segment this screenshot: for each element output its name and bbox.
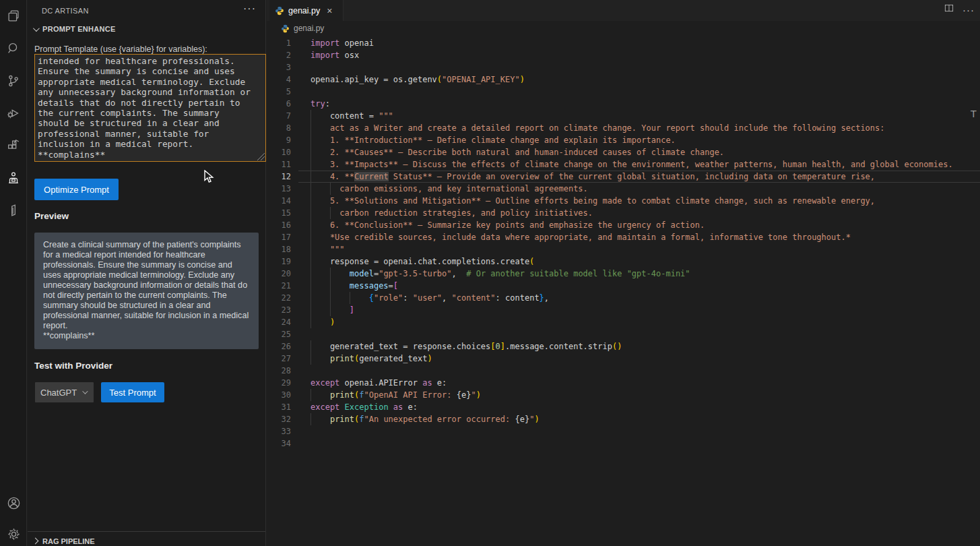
code-line-15[interactable]: 15 carbon reduction strategies, and poli… — [267, 207, 980, 219]
code-line-29[interactable]: 29except openai.APIError as e: — [267, 377, 980, 389]
code-line-2[interactable]: 2import osx — [267, 49, 980, 61]
preview-text: Create a clinical summary of the patient… — [34, 233, 259, 349]
code-line-20[interactable]: 20 model="gpt-3.5-turbo", # Or another s… — [267, 268, 980, 280]
breadcrumb[interactable]: genai.py — [267, 21, 980, 36]
line-number: 9 — [267, 134, 291, 146]
line-number: 22 — [267, 292, 291, 304]
code-line-8[interactable]: 8 act as a Writer and create a detailed … — [267, 122, 980, 134]
code-line-28[interactable]: 28 — [267, 365, 980, 377]
python-icon — [281, 24, 290, 33]
code-line-32[interactable]: 32 print(f"An unexpected error occurred:… — [267, 413, 980, 425]
line-number: 26 — [267, 340, 291, 353]
code-line-17[interactable]: 17 *Use credible sources, include data w… — [267, 231, 980, 243]
code-line-7[interactable]: 7 content = """ — [267, 110, 980, 122]
chevron-down-icon — [33, 25, 40, 32]
dc-artisan-icon[interactable] — [0, 164, 27, 191]
source-control-icon[interactable] — [0, 67, 27, 94]
line-number: 27 — [267, 353, 291, 365]
breadcrumb-file[interactable]: genai.py — [294, 24, 324, 33]
code-line-9[interactable]: 9 1. **Introduction** — Define climate c… — [267, 134, 980, 146]
code-line-6[interactable]: 6try: — [267, 98, 980, 110]
line-number: 31 — [267, 401, 291, 413]
line-number: 10 — [267, 146, 291, 158]
activity-bar — [0, 0, 27, 546]
line-number: 29 — [267, 377, 291, 389]
line-number: 24 — [267, 316, 291, 328]
account-icon[interactable] — [0, 489, 27, 516]
code-line-23[interactable]: 23 ] — [267, 304, 980, 316]
code-line-14[interactable]: 14 5. **Solutions and Mitigation** — Out… — [267, 195, 980, 207]
panel-more-actions[interactable]: ··· — [243, 3, 256, 15]
line-number: 16 — [267, 219, 291, 231]
code-line-12[interactable]: 12 4. **Current Status** — Provide an ov… — [267, 171, 980, 183]
code-line-31[interactable]: 31except Exception as e: — [267, 401, 980, 413]
code-line-3[interactable]: 3 — [267, 61, 980, 73]
panel-title: DC ARTISAN — [42, 7, 89, 15]
code-line-11[interactable]: 11 3. **Impacts** — Discuss the effects … — [267, 158, 980, 171]
code-line-24[interactable]: 24 ) — [267, 316, 980, 328]
run-debug-icon[interactable] — [0, 100, 27, 127]
settings-gear-icon[interactable] — [0, 520, 27, 546]
code-line-25[interactable]: 25 — [267, 328, 980, 340]
line-number: 17 — [267, 231, 291, 243]
chevron-down-icon — [82, 388, 88, 394]
line-number: 7 — [267, 110, 291, 122]
line-number: 5 — [267, 86, 291, 98]
line-number: 12 — [267, 171, 291, 183]
code-line-18[interactable]: 18 """ — [267, 243, 980, 255]
code-line-13[interactable]: 13 carbon emissions, and key internation… — [267, 183, 980, 195]
explorer-icon[interactable] — [0, 3, 27, 30]
tab-close-icon[interactable]: × — [327, 5, 332, 16]
tab-label: genai.py — [288, 6, 320, 16]
code-line-10[interactable]: 10 2. **Causes** — Describe both natural… — [267, 146, 980, 158]
search-icon[interactable] — [0, 35, 27, 62]
overlay-char: T — [971, 108, 977, 119]
split-editor-icon[interactable] — [944, 3, 954, 16]
preview-heading: Preview — [34, 211, 69, 221]
tab-strip: genai.py × ··· — [267, 0, 980, 21]
code-line-30[interactable]: 30 print(f"OpenAI API Error: {e}") — [267, 389, 980, 401]
line-number: 25 — [267, 328, 291, 340]
editor-more-actions-icon[interactable]: ··· — [962, 4, 975, 16]
code-line-26[interactable]: 26 generated_text = response.choices[0].… — [267, 340, 980, 353]
code-line-27[interactable]: 27 print(generated_text) — [267, 353, 980, 365]
code-line-1[interactable]: 1import openai — [267, 37, 980, 49]
code-line-21[interactable]: 21 messages=[ — [267, 280, 980, 292]
docs-icon[interactable] — [0, 197, 27, 224]
panel-title-row: DC ARTISAN ··· — [28, 0, 265, 22]
line-number: 34 — [267, 437, 291, 450]
prompt-template-input[interactable]: intended for healthcare professionals. E… — [34, 54, 266, 162]
line-number: 13 — [267, 183, 291, 195]
code-line-5[interactable]: 5 — [267, 86, 980, 98]
code-line-19[interactable]: 19 response = openai.chat.completions.cr… — [267, 255, 980, 268]
line-number: 33 — [267, 425, 291, 437]
code-line-34[interactable]: 34 — [267, 437, 980, 450]
line-number: 3 — [267, 61, 291, 73]
line-number: 14 — [267, 195, 291, 207]
rag-pipeline-label: RAG PIPELINE — [42, 537, 95, 545]
provider-dropdown[interactable]: ChatGPT — [35, 382, 94, 402]
line-number: 6 — [267, 98, 291, 110]
code-line-16[interactable]: 16 6. **Conclusion** — Summarize key poi… — [267, 219, 980, 231]
test-prompt-button[interactable]: Test Prompt — [101, 382, 164, 402]
provider-value: ChatGPT — [40, 388, 77, 398]
section-prompt-enhance[interactable]: PROMPT ENHANCE — [33, 25, 116, 33]
prompt-template-label: Prompt Template (use {variable} for vari… — [34, 44, 207, 54]
tab-genai-py[interactable]: genai.py × — [269, 0, 344, 21]
code-line-4[interactable]: 4openai.api_key = os.getenv("OPENAI_API_… — [267, 73, 980, 86]
section-rag-pipeline[interactable]: RAG PIPELINE — [28, 531, 265, 546]
code-line-33[interactable]: 33 — [267, 425, 980, 437]
line-number: 21 — [267, 280, 291, 292]
line-number: 18 — [267, 243, 291, 255]
line-number: 11 — [267, 158, 291, 171]
line-number: 23 — [267, 304, 291, 316]
line-number: 8 — [267, 122, 291, 134]
section-label: PROMPT ENHANCE — [42, 25, 116, 33]
line-number: 30 — [267, 389, 291, 401]
line-number: 32 — [267, 413, 291, 425]
optimize-prompt-button[interactable]: Optimize Prompt — [34, 179, 119, 200]
code-line-22[interactable]: 22 {"role": "user", "content": content}, — [267, 292, 980, 304]
python-icon — [275, 6, 284, 16]
extensions-icon[interactable] — [0, 132, 27, 159]
editor-group: genai.py × ··· genai.py 1import openai2i… — [267, 0, 980, 546]
